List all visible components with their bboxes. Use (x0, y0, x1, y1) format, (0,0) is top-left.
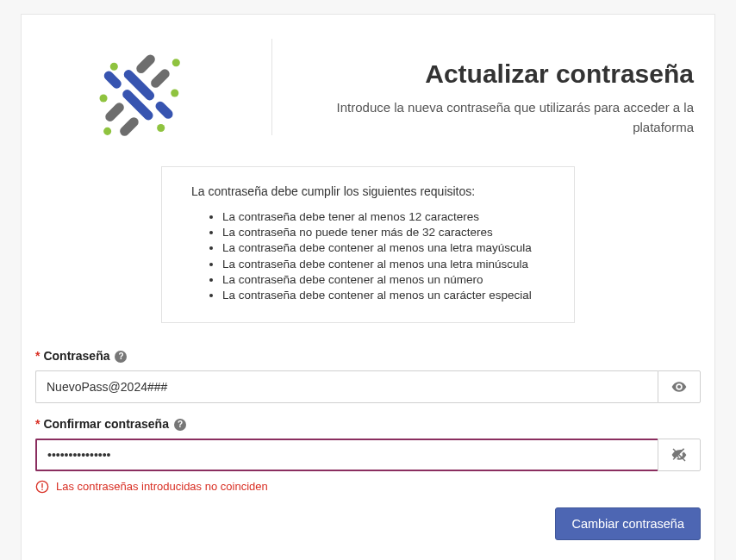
card-header: Actualizar contraseña Introduce la nueva… (35, 35, 701, 156)
confirm-password-label-text: Confirmar contraseña (43, 415, 168, 433)
title-block: Actualizar contraseña Introduce la nueva… (293, 54, 701, 137)
svg-rect-16 (41, 489, 42, 490)
requirements-heading: La contraseña debe cumplir los siguiente… (191, 183, 550, 201)
svg-rect-2 (149, 67, 172, 90)
svg-rect-11 (103, 101, 126, 123)
page-title: Actualizar contraseña (293, 54, 694, 93)
password-input[interactable] (35, 370, 658, 403)
password-label-text: Contraseña (43, 347, 109, 365)
confirm-password-error: Las contraseñas introducidas no coincide… (35, 478, 701, 495)
svg-point-4 (109, 61, 120, 72)
requirement-item: La contraseña debe tener al menos 12 car… (222, 209, 550, 225)
required-asterisk: * (35, 415, 40, 433)
svg-point-0 (171, 57, 182, 68)
error-icon (35, 480, 49, 494)
svg-rect-12 (118, 115, 140, 138)
svg-rect-6 (153, 100, 175, 121)
submit-button[interactable]: Cambiar contraseña (555, 507, 701, 540)
toggle-confirm-visibility-button[interactable] (658, 439, 701, 471)
logo (35, 35, 251, 156)
eye-icon (671, 378, 688, 395)
requirement-item: La contraseña no puede tener más de 32 c… (222, 225, 550, 240)
requirements-list: La contraseña debe tener al menos 12 car… (191, 209, 550, 303)
confirm-password-field-row: * Confirmar contraseña ? Las contraseñas… (35, 415, 701, 495)
brand-logo-icon (87, 40, 199, 152)
svg-point-13 (102, 126, 113, 137)
svg-point-3 (169, 88, 180, 99)
svg-rect-7 (103, 69, 124, 90)
header-divider (271, 39, 272, 135)
requirement-item: La contraseña debe contener al menos una… (222, 257, 550, 272)
requirement-item: La contraseña debe contener al menos una… (222, 240, 550, 256)
required-asterisk: * (35, 347, 40, 365)
confirm-password-input[interactable] (35, 439, 658, 471)
password-field-row: * Contraseña ? (35, 347, 701, 403)
confirm-password-label: * Confirmar contraseña ? (35, 415, 701, 433)
requirements-panel: La contraseña debe cumplir los siguiente… (161, 166, 575, 323)
password-update-card: Actualizar contraseña Introduce la nueva… (21, 14, 715, 560)
confirm-password-error-text: Las contraseñas introducidas no coincide… (56, 478, 268, 495)
help-icon[interactable]: ? (115, 351, 127, 363)
requirement-item: La contraseña debe contener al menos un … (222, 272, 550, 288)
toggle-password-visibility-button[interactable] (658, 370, 701, 403)
svg-rect-1 (134, 53, 157, 75)
password-label: * Contraseña ? (35, 347, 701, 365)
eye-off-icon (671, 446, 688, 464)
svg-point-9 (155, 122, 166, 134)
svg-rect-15 (41, 483, 42, 488)
svg-point-10 (98, 93, 109, 104)
help-icon[interactable]: ? (174, 419, 186, 431)
page-subtitle: Introduce la nueva contraseña que utiliz… (293, 98, 694, 137)
requirement-item: La contraseña debe contener al menos un … (222, 288, 550, 303)
form-actions: Cambiar contraseña (35, 507, 701, 540)
